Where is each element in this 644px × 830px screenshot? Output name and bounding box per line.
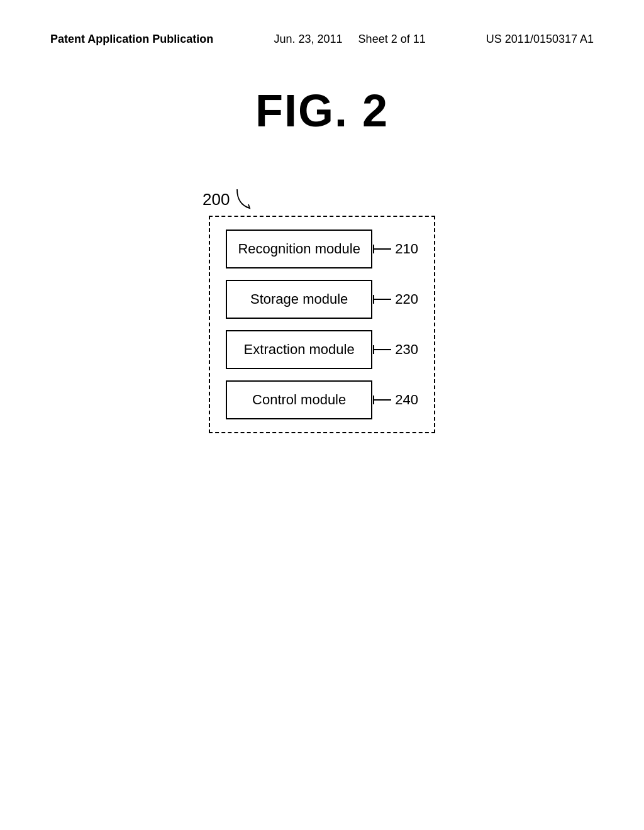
tick-icon-0	[372, 243, 395, 255]
page: Patent Application Publication Jun. 23, …	[0, 0, 644, 830]
module-row-1: Storage module 220	[226, 280, 418, 319]
tick-connector-0	[372, 243, 395, 255]
storage-module-label: Storage module	[250, 291, 348, 307]
connector-2: 230	[372, 341, 418, 358]
ref-200-brace-icon	[232, 187, 257, 212]
module-row-0: Recognition module 210	[226, 230, 418, 268]
tick-connector-3	[372, 394, 395, 406]
tick-icon-3	[372, 394, 395, 406]
figure-title-area: FIG. 2	[0, 85, 644, 136]
extraction-module-label: Extraction module	[244, 341, 355, 357]
control-module-label: Control module	[252, 392, 346, 407]
figure-title-text: FIG. 2	[255, 86, 389, 136]
header-date-sheet: Jun. 23, 2011 Sheet 2 of 11	[274, 31, 426, 47]
ref-220-label: 220	[395, 291, 418, 307]
connector-3: 240	[372, 392, 418, 408]
storage-module-box: Storage module	[226, 280, 372, 319]
recognition-module-label: Recognition module	[238, 241, 360, 257]
header-sheet: Sheet 2 of 11	[358, 33, 426, 45]
header-publication-label: Patent Application Publication	[50, 31, 213, 47]
tick-connector-1	[372, 293, 395, 306]
tick-connector-2	[372, 343, 395, 356]
ref-210-label: 210	[395, 241, 418, 257]
header-date: Jun. 23, 2011	[274, 33, 343, 45]
ref-200-label: 200	[203, 190, 230, 209]
header: Patent Application Publication Jun. 23, …	[0, 0, 644, 60]
module-row-2: Extraction module 230	[226, 330, 418, 369]
ref-240-label: 240	[395, 392, 418, 408]
recognition-module-box: Recognition module	[226, 230, 372, 268]
connector-1: 220	[372, 291, 418, 307]
ref-200-area: 200	[190, 187, 454, 209]
connector-0: 210	[372, 241, 418, 257]
tick-icon-2	[372, 343, 395, 356]
diagram-inner: 200 Recognition module	[190, 187, 454, 433]
tick-icon-1	[372, 293, 395, 306]
extraction-module-box: Extraction module	[226, 330, 372, 369]
outer-dashed-box: Recognition module 210	[209, 216, 435, 433]
module-row-3: Control module 240	[226, 380, 418, 419]
header-patent-number: US 2011/0150317 A1	[486, 31, 594, 47]
diagram-container: 200 Recognition module	[0, 187, 644, 433]
control-module-box: Control module	[226, 380, 372, 419]
ref-230-label: 230	[395, 341, 418, 358]
